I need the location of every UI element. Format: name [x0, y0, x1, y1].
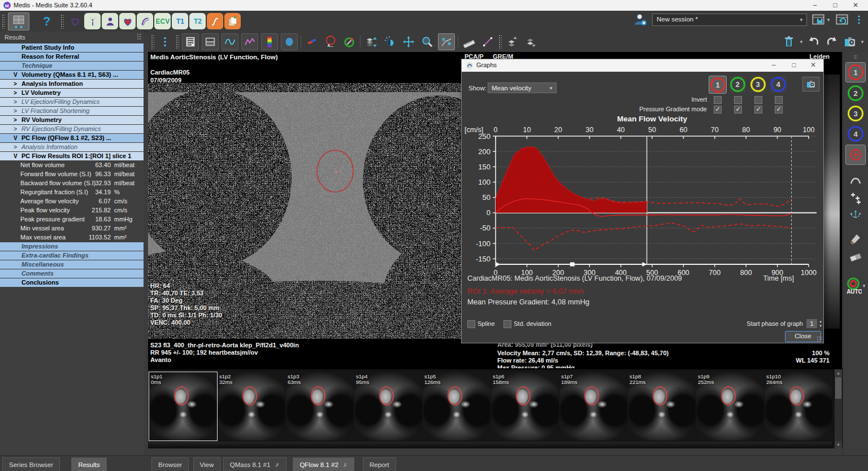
- pressure-gradient-checkbox[interactable]: ✓: [754, 106, 762, 114]
- thumbnail-phase-4[interactable]: s1p495ms: [354, 372, 422, 441]
- pressure-gradient-checkbox[interactable]: ✓: [775, 106, 783, 114]
- arc-tool-icon[interactable]: [847, 171, 864, 188]
- magnify-icon[interactable]: [419, 34, 435, 50]
- colorbar-icon[interactable]: [261, 33, 278, 50]
- close-icon[interactable]: ✕: [845, 0, 866, 11]
- save-layout-button[interactable]: ▼: [811, 12, 831, 27]
- expand-icon[interactable]: >: [14, 143, 17, 151]
- toolbar-grip[interactable]: [176, 34, 179, 49]
- results-tree-item[interactable]: >RV Ejection/Filling Dynamics: [0, 125, 144, 133]
- expand-icon[interactable]: >: [14, 116, 17, 124]
- spline-checkbox[interactable]: [467, 320, 475, 328]
- restore-icon[interactable]: □: [825, 0, 845, 11]
- ruler-icon[interactable]: [461, 34, 477, 50]
- thumbnail-phase-10[interactable]: s1p10284ms: [765, 372, 832, 441]
- strain-icon[interactable]: [207, 13, 223, 29]
- invert-checkbox[interactable]: [775, 96, 783, 104]
- scrollbar-thumb[interactable]: [835, 377, 841, 399]
- results-section-item[interactable]: Extra-cardiac Findings: [0, 251, 144, 260]
- layout-button[interactable]: [8, 12, 29, 30]
- start-phase-spinner[interactable]: ▲▼: [818, 319, 823, 328]
- results-tree-item[interactable]: >LV Ejection/Filling Dynamics: [0, 98, 144, 106]
- reset-layout-button[interactable]: [835, 12, 849, 27]
- roi-2-button[interactable]: 2: [846, 84, 865, 103]
- graphs-title-bar[interactable]: Graphs – □ ✕: [462, 59, 823, 72]
- pressure-gradient-checkbox[interactable]: ✓: [714, 106, 722, 114]
- line-segment-icon[interactable]: [480, 34, 496, 50]
- add-points-icon[interactable]: [847, 189, 864, 206]
- results-tree-item[interactable]: Technique: [0, 62, 144, 70]
- document-tab-qmass-8-1--1[interactable]: QMass 8.1 #1✗: [223, 457, 287, 471]
- roi-3-button[interactable]: 3: [749, 76, 766, 93]
- add-roi-icon[interactable]: [845, 145, 866, 165]
- toolbar-grip[interactable]: [60, 14, 64, 29]
- roi-3-button[interactable]: 3: [846, 104, 865, 123]
- ellipse-view-icon[interactable]: [281, 33, 298, 50]
- chart-snapshot-button[interactable]: [802, 77, 819, 91]
- resize-grip[interactable]: [817, 336, 822, 342]
- scroll-up-icon[interactable]: ▲: [835, 369, 842, 377]
- thumbnail-phase-9[interactable]: s1p9252ms: [696, 372, 764, 441]
- roi-1-button[interactable]: 1: [709, 76, 727, 94]
- brush-icon[interactable]: [847, 230, 864, 247]
- expand-icon[interactable]: V: [14, 71, 18, 79]
- panel-tab-series-browser[interactable]: Series Browser: [2, 457, 60, 471]
- roi-1-button[interactable]: 1: [845, 62, 866, 82]
- results-tree-item[interactable]: VPC Flow (QFlow 8.1 #2, S23) ...: [0, 134, 144, 142]
- maximize-icon[interactable]: □: [785, 59, 803, 72]
- expand-icon[interactable]: V: [14, 134, 18, 142]
- roi-4-button[interactable]: 4: [770, 76, 787, 93]
- film-scrollbar[interactable]: ▲ ▼: [835, 369, 842, 448]
- qflow-tulip-icon[interactable]: [84, 13, 101, 29]
- expand-icon[interactable]: >: [14, 125, 17, 133]
- thumbnail-phase-3[interactable]: s1p363ms: [286, 372, 354, 441]
- std-deviation-checkbox[interactable]: [504, 320, 511, 328]
- panel-tab-results[interactable]: Results: [71, 457, 106, 471]
- toolbar-grip[interactable]: [854, 55, 857, 59]
- report-view-icon[interactable]: [182, 33, 199, 50]
- results-tree-item[interactable]: Reason for Referral: [0, 53, 144, 61]
- results-tree-item[interactable]: VVolumetry (QMass 8.1 #1, S63) ...: [0, 71, 144, 79]
- signal-graph-icon[interactable]: [222, 33, 238, 50]
- snapshot-icon[interactable]: [842, 34, 858, 50]
- document-tab-browser[interactable]: Browser: [151, 457, 189, 471]
- thumbnail-phase-8[interactable]: s1p8221ms: [628, 372, 696, 441]
- viewport-phase-image[interactable]: Medis AorticStenosis (LV Function, Flow)…: [148, 52, 489, 368]
- close-icon[interactable]: ✕: [804, 59, 822, 72]
- patient-person-icon[interactable]: [102, 13, 118, 29]
- scroll-down-icon[interactable]: ▼: [835, 441, 842, 448]
- t2-map-icon[interactable]: T2: [189, 13, 206, 29]
- analysis-graph-icon[interactable]: [241, 33, 258, 50]
- pan-icon[interactable]: [401, 34, 416, 50]
- pull-contour-icon[interactable]: [847, 207, 864, 224]
- close-tab-icon[interactable]: ✗: [275, 462, 279, 468]
- stack-down-icon[interactable]: [523, 34, 539, 50]
- edit-contour-icon[interactable]: [438, 33, 455, 50]
- minimize-icon[interactable]: –: [765, 59, 783, 72]
- delete-icon[interactable]: [781, 34, 797, 50]
- help-icon[interactable]: ?: [43, 14, 50, 29]
- toolbar-grip[interactable]: [2, 14, 5, 29]
- heart-3d-icon[interactable]: [119, 13, 136, 29]
- window-level-icon[interactable]: [382, 34, 398, 50]
- roi-4-button[interactable]: 4: [846, 124, 865, 143]
- toolbar-grip[interactable]: [151, 34, 154, 49]
- invert-checkbox[interactable]: [754, 96, 762, 104]
- expand-icon[interactable]: >: [14, 98, 17, 106]
- stack-up-icon[interactable]: [505, 34, 520, 50]
- toolbar-grip[interactable]: [498, 34, 502, 49]
- eraser-icon[interactable]: [847, 248, 864, 265]
- expand-icon[interactable]: V: [14, 152, 18, 160]
- close-tab-icon[interactable]: ✗: [343, 462, 348, 468]
- chevron-down-icon[interactable]: ▼: [799, 40, 804, 45]
- label-ellipse-icon[interactable]: A...: [323, 34, 338, 50]
- redo-icon[interactable]: [824, 34, 840, 50]
- menu-dots-icon[interactable]: [853, 14, 865, 25]
- thumbnail-phase-7[interactable]: s1p7189ms: [559, 372, 627, 441]
- results-tree-item[interactable]: >LV Fractional Shortening: [0, 107, 144, 115]
- start-phase-input[interactable]: 1: [806, 319, 817, 328]
- results-tree-item[interactable]: >RV Volumetry: [0, 116, 144, 124]
- document-tab-qflow-8-1--2[interactable]: QFlow 8.1 #2✗: [293, 457, 354, 471]
- remove-user-icon[interactable]: [633, 12, 648, 27]
- results-tree-item[interactable]: VPC Flow Results ROI 1:[ROI 1] slice 1: [0, 152, 144, 160]
